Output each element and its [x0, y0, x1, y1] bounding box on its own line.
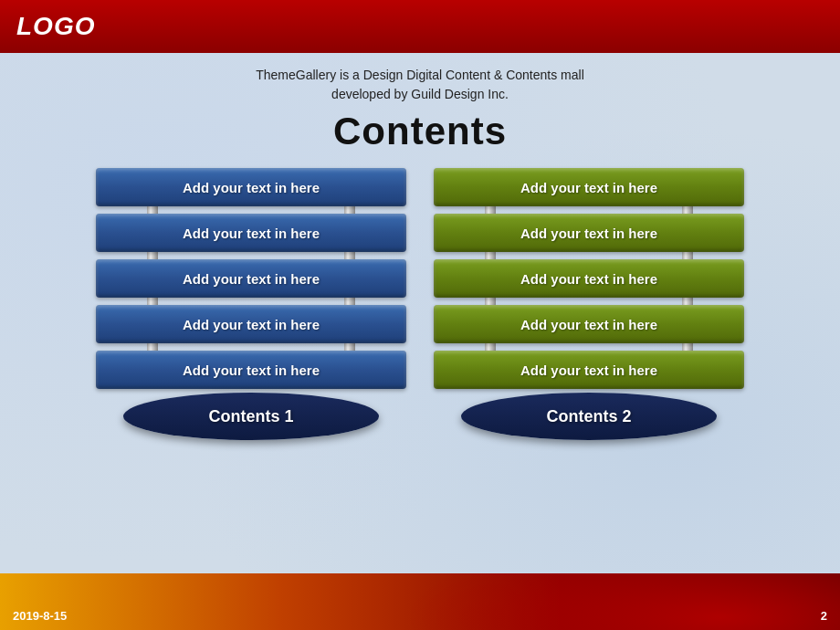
- right-rows: Add your text in here Add your text in h…: [434, 168, 744, 389]
- list-item: Add your text in here: [434, 259, 744, 298]
- main-title: Contents: [333, 110, 507, 153]
- list-item: Add your text in here: [434, 214, 744, 252]
- left-rows: Add your text in here Add your text in h…: [96, 168, 406, 389]
- list-item: Add your text in here: [96, 351, 406, 389]
- footer-date: 2019-8-15: [13, 609, 67, 623]
- list-item: Add your text in here: [434, 168, 744, 206]
- subtitle: ThemeGallery is a Design Digital Content…: [256, 66, 584, 104]
- list-item: Add your text in here: [96, 168, 406, 206]
- list-item: Add your text in here: [434, 351, 744, 389]
- bottom-bar-swirl: [402, 573, 840, 630]
- top-bar: LOGO: [0, 0, 840, 53]
- list-item: Add your text in here: [96, 259, 406, 298]
- bottom-bar: 2019-8-15 2: [0, 573, 840, 630]
- footer-page: 2: [821, 609, 827, 623]
- list-item: Add your text in here: [96, 305, 406, 343]
- main-content: ThemeGallery is a Design Digital Content…: [0, 53, 840, 573]
- list-item: Add your text in here: [434, 305, 744, 343]
- right-oval-label: Contents 2: [461, 393, 717, 440]
- list-item: Add your text in here: [96, 214, 406, 252]
- logo: LOGO: [16, 12, 95, 41]
- columns-wrapper: Add your text in here Add your text in h…: [96, 168, 744, 440]
- left-column: Add your text in here Add your text in h…: [96, 168, 406, 440]
- left-oval-label: Contents 1: [123, 393, 379, 440]
- right-column: Add your text in here Add your text in h…: [434, 168, 744, 440]
